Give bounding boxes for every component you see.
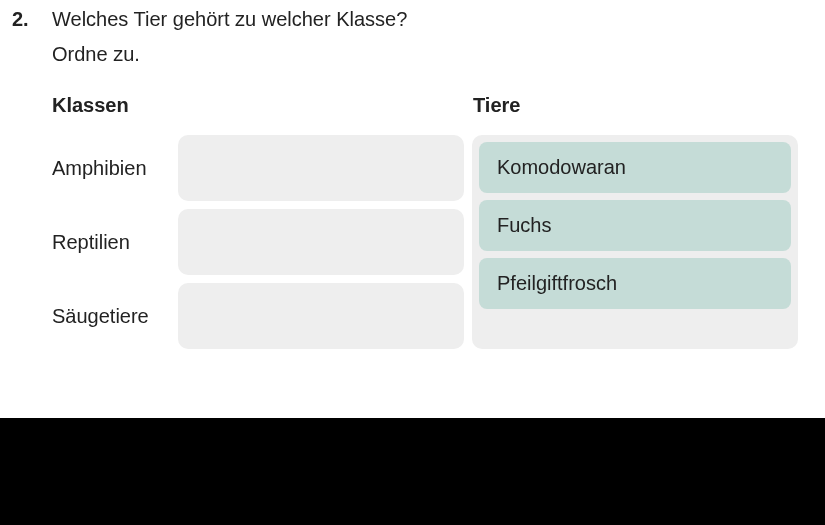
- class-row-reptilien: Reptilien: [52, 209, 464, 275]
- question-title: Welches Tier gehört zu welcher Klasse?: [52, 8, 813, 31]
- animals-column[interactable]: Komodowaran Fuchs Pfeilgiftfrosch: [472, 135, 798, 349]
- class-label: Amphibien: [52, 157, 170, 180]
- question-number: 2.: [12, 8, 40, 31]
- question-instruction: Ordne zu.: [52, 43, 813, 66]
- drop-zone-saeugetiere[interactable]: [178, 283, 464, 349]
- drop-zone-reptilien[interactable]: [178, 209, 464, 275]
- column-headers: Klassen Tiere: [52, 94, 813, 117]
- animal-card-komodowaran[interactable]: Komodowaran: [479, 142, 791, 193]
- question-body: Welches Tier gehört zu welcher Klasse? O…: [52, 8, 813, 349]
- class-row-saeugetiere: Säugetiere: [52, 283, 464, 349]
- header-classes: Klassen: [52, 94, 473, 117]
- class-label: Säugetiere: [52, 305, 170, 328]
- columns-container: Amphibien Reptilien Säugetiere Komodowar…: [52, 135, 813, 349]
- class-row-amphibien: Amphibien: [52, 135, 464, 201]
- question-row: 2. Welches Tier gehört zu welcher Klasse…: [12, 8, 813, 349]
- animal-card-pfeilgiftfrosch[interactable]: Pfeilgiftfrosch: [479, 258, 791, 309]
- exercise-page: 2. Welches Tier gehört zu welcher Klasse…: [0, 0, 825, 418]
- class-label: Reptilien: [52, 231, 170, 254]
- animal-card-fuchs[interactable]: Fuchs: [479, 200, 791, 251]
- header-animals: Tiere: [473, 94, 520, 117]
- classes-column: Amphibien Reptilien Säugetiere: [52, 135, 464, 349]
- drop-zone-amphibien[interactable]: [178, 135, 464, 201]
